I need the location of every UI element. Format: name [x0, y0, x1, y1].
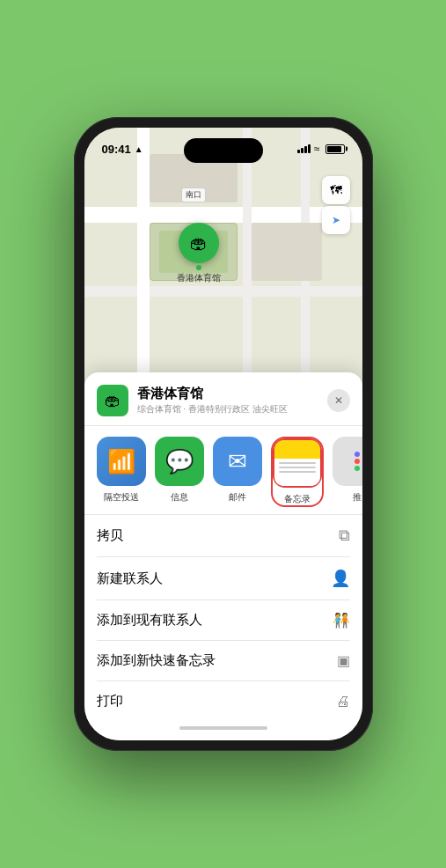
phone-screen: 09:41 ▲ ≈ [84, 128, 362, 740]
action-add-existing-label: 添加到现有联系人 [97, 612, 202, 629]
pin-dot [196, 265, 201, 270]
action-print-label: 打印 [97, 693, 123, 710]
phone-frame: 09:41 ▲ ≈ [74, 117, 373, 751]
map-road-horizontal-2 [84, 286, 362, 297]
new-contact-icon: 👤 [331, 569, 350, 588]
action-add-notes-label: 添加到新快速备忘录 [97, 652, 216, 669]
share-messages[interactable]: 💬 信息 [155, 437, 204, 507]
stadium-pin[interactable]: 🏟 香港体育馆 [177, 223, 221, 284]
home-indicator [179, 726, 267, 730]
map-type-button[interactable]: 🗺 [322, 176, 350, 204]
more-icon-wrap [333, 437, 362, 486]
dynamic-island [184, 138, 263, 163]
pin-label: 香港体育馆 [177, 272, 221, 284]
signal-bars-icon [297, 144, 311, 153]
airdrop-label: 隔空投送 [104, 491, 139, 504]
add-notes-icon: ▣ [337, 652, 350, 669]
location-button[interactable]: ➤ [322, 206, 350, 234]
map-block-2 [252, 223, 322, 281]
print-icon: 🖨 [336, 694, 350, 710]
venue-header: 🏟 香港体育馆 综合体育馆 · 香港特别行政区 油尖旺区 ✕ [84, 372, 362, 426]
close-button[interactable]: ✕ [327, 389, 350, 412]
airdrop-icon: 📶 [107, 448, 135, 475]
status-time: 09:41 [102, 143, 131, 156]
notes-icon-wrap [273, 438, 322, 488]
map-label-text: 南口 [186, 190, 201, 199]
messages-icon-wrap: 💬 [155, 437, 204, 486]
close-icon: ✕ [334, 394, 343, 407]
battery-icon [325, 144, 345, 154]
share-more[interactable]: 推 [333, 437, 362, 507]
venue-icon: 🏟 [97, 385, 128, 416]
navigation-icon: ▲ [135, 144, 143, 154]
venue-subtitle: 综合体育馆 · 香港特别行政区 油尖旺区 [137, 403, 327, 416]
home-indicator-area [84, 721, 362, 732]
action-new-contact-label: 新建联系人 [97, 570, 163, 587]
map-controls: 🗺 ➤ [322, 176, 350, 234]
share-notes[interactable]: 备忘录 [271, 437, 324, 507]
status-icons: ≈ [297, 143, 345, 155]
action-list: 拷贝 ⧉ 新建联系人 👤 添加到现有联系人 🧑‍🤝‍🧑 添加到新快速备忘录 ▣ [84, 515, 362, 721]
messages-label: 信息 [171, 491, 188, 504]
add-existing-icon: 🧑‍🤝‍🧑 [333, 612, 350, 629]
share-row: 📶 隔空投送 💬 信息 ✉ 邮件 [84, 426, 362, 515]
action-print[interactable]: 打印 🖨 [97, 681, 350, 721]
map-road-horizontal-1 [84, 207, 362, 223]
map-icon: 🗺 [330, 183, 342, 197]
more-label: 推 [353, 491, 362, 504]
share-mail[interactable]: ✉ 邮件 [213, 437, 262, 507]
action-add-notes[interactable]: 添加到新快速备忘录 ▣ [97, 641, 350, 681]
airdrop-icon-wrap: 📶 [97, 437, 146, 486]
action-copy-label: 拷贝 [97, 527, 123, 544]
mail-icon-wrap: ✉ [213, 437, 262, 486]
share-airdrop[interactable]: 📶 隔空投送 [97, 437, 146, 507]
location-icon: ➤ [332, 214, 340, 226]
wifi-icon: ≈ [314, 143, 320, 155]
action-new-contact[interactable]: 新建联系人 👤 [97, 557, 350, 600]
pin-circle: 🏟 [179, 223, 219, 263]
messages-icon: 💬 [165, 448, 194, 475]
bottom-sheet: 🏟 香港体育馆 综合体育馆 · 香港特别行政区 油尖旺区 ✕ 📶 隔空投送 [84, 372, 362, 740]
pin-emoji: 🏟 [190, 233, 208, 254]
venue-name: 香港体育馆 [137, 386, 327, 402]
copy-icon: ⧉ [339, 526, 350, 545]
mail-icon: ✉ [228, 448, 247, 475]
map-label-south-entrance: 南口 [181, 188, 206, 202]
action-add-existing[interactable]: 添加到现有联系人 🧑‍🤝‍🧑 [97, 600, 350, 641]
action-copy[interactable]: 拷贝 ⧉ [97, 515, 350, 557]
notes-label: 备忘录 [284, 493, 311, 505]
venue-icon-emoji: 🏟 [105, 392, 121, 410]
mail-label: 邮件 [229, 491, 246, 504]
venue-info: 香港体育馆 综合体育馆 · 香港特别行政区 油尖旺区 [137, 386, 327, 416]
